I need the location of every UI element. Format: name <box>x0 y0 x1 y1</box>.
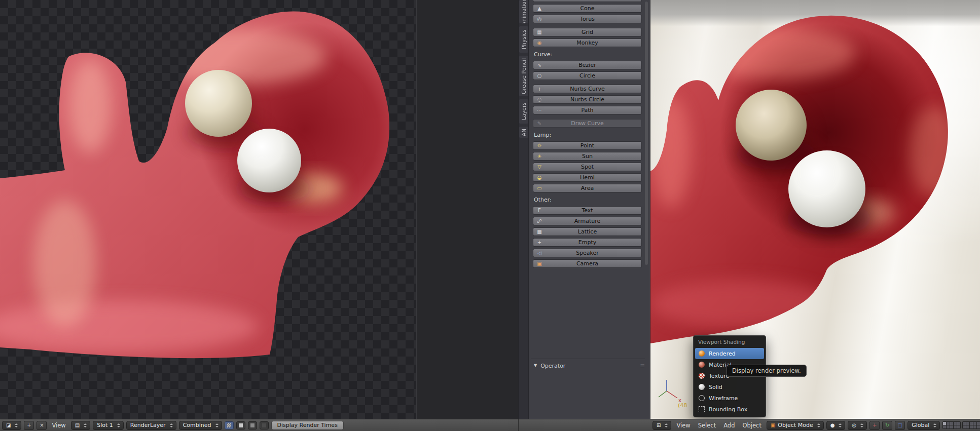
manipulator-scale-toggle[interactable]: □ <box>895 421 905 430</box>
dropdown-chevron-icon <box>117 423 120 427</box>
operator-panel-header[interactable]: ▼ Operator ≡ <box>534 361 645 371</box>
dropdown-chevron-icon <box>84 423 87 427</box>
bezier-curve-icon: ∿ <box>536 63 542 68</box>
color-channel-icon <box>239 423 243 427</box>
text-button[interactable]: FText <box>533 206 642 215</box>
white-sphere-object[interactable] <box>788 150 865 227</box>
draw-curve-icon: ✎ <box>536 121 542 126</box>
dropdown-chevron-icon <box>15 423 18 427</box>
editor-type-selector[interactable]: ◪ <box>2 421 21 430</box>
sun-lamp-button[interactable]: ☀Sun <box>533 152 642 161</box>
sun-lamp-icon: ☀ <box>536 154 542 159</box>
plus-icon: + <box>27 423 31 428</box>
torus-button[interactable]: ◎Torus <box>533 15 642 23</box>
circle-button[interactable]: ○Circle <box>533 71 642 80</box>
render-layer-selector[interactable]: RenderLayer <box>126 421 176 430</box>
add-menu[interactable]: Add <box>721 422 737 429</box>
camera-button[interactable]: ▣Camera <box>533 259 642 268</box>
monkey-button[interactable]: ◉Monkey <box>533 38 642 47</box>
cone-icon: ▲ <box>536 6 542 11</box>
empty-button[interactable]: +Empty <box>533 238 642 247</box>
render-result-image[interactable] <box>0 0 417 419</box>
tool-shelf: Animation Physics Grease Pencil Layers A… <box>518 0 650 419</box>
area-lamp-button[interactable]: ▭Area <box>533 184 642 192</box>
spot-lamp-button[interactable]: ▽Spot <box>533 163 642 171</box>
point-lamp-button[interactable]: ☼Point <box>533 141 642 150</box>
close-icon-button[interactable]: × <box>37 421 47 430</box>
grid-button[interactable]: ▦Grid <box>533 28 642 36</box>
image-browse-selector[interactable]: ▤ <box>71 421 90 430</box>
point-lamp-icon: ☼ <box>536 143 542 148</box>
nurbs-curve-icon: ≀ <box>536 87 542 92</box>
slot-selector[interactable]: Slot 1 <box>93 421 124 430</box>
cone-button[interactable]: ▲Cone <box>533 4 642 13</box>
transform-orientation-selector[interactable]: Global <box>908 421 940 430</box>
nurbs-circle-button[interactable]: ◌Nurbs Circle <box>533 95 642 104</box>
render-pass-selector[interactable]: Combined <box>179 421 222 430</box>
lattice-button[interactable]: ▩Lattice <box>533 227 642 236</box>
hemi-lamp-button[interactable]: ◒Hemi <box>533 173 642 182</box>
color-channel-toggle[interactable] <box>236 421 245 429</box>
shading-option-wireframe[interactable]: Wireframe <box>695 393 764 404</box>
translate-manipulator-icon: + <box>873 423 877 428</box>
view-menu[interactable]: View <box>49 422 68 429</box>
shelf-scrollbar[interactable] <box>645 2 648 265</box>
dropdown-chevron-icon <box>665 423 668 427</box>
grid-icon: ▦ <box>536 30 542 35</box>
mode-selector[interactable]: ▣ Object Mode <box>767 421 824 430</box>
nurbs-curve-button[interactable]: ≀Nurbs Curve <box>533 85 642 93</box>
display-render-times-button[interactable]: Display Render Times <box>271 421 344 430</box>
panel-separator <box>531 359 645 359</box>
speaker-button[interactable]: ◁Speaker <box>533 249 642 257</box>
dropdown-chevron-icon <box>860 423 863 427</box>
armature-button[interactable]: ☍Armature <box>533 217 642 225</box>
image-editor-area[interactable] <box>0 0 518 419</box>
shading-option-rendered[interactable]: Rendered <box>695 348 764 359</box>
object-menu[interactable]: Object <box>740 422 764 429</box>
viewport-3d[interactable]: x (48 Viewport Shading Rendered Material… <box>650 0 980 419</box>
hemi-lamp-icon: ◒ <box>536 175 542 180</box>
x-axis-line <box>667 391 677 398</box>
y-axis-line <box>659 391 667 397</box>
frame-info-text: (48 <box>678 402 687 409</box>
layer-grid-right[interactable] <box>962 421 980 429</box>
tab-grease-pencil[interactable]: Grease Pencil <box>519 56 528 96</box>
cream-sphere-render <box>185 70 252 137</box>
shading-sphere-icon: ● <box>830 423 835 428</box>
texture-shading-icon <box>699 373 705 379</box>
color-alpha-channel-icon <box>227 423 231 427</box>
path-button[interactable]: ⋯Path <box>533 106 642 114</box>
image-editor-icon: ◪ <box>6 423 11 428</box>
popup-title: Viewport Shading <box>694 336 766 348</box>
draw-curve-button: ✎Draw Curve <box>533 119 642 128</box>
shading-option-bounding-box[interactable]: Bounding Box <box>695 404 764 415</box>
manipulator-rotate-toggle[interactable]: ↻ <box>882 421 892 430</box>
view-menu[interactable]: View <box>674 422 693 429</box>
camera-icon: ▣ <box>536 261 542 266</box>
spot-lamp-icon: ▽ <box>536 165 542 170</box>
manipulator-translate-toggle[interactable]: + <box>869 421 880 430</box>
torus-icon: ◎ <box>536 17 542 22</box>
z-channel-toggle[interactable] <box>260 421 269 429</box>
beige-sphere-object[interactable] <box>736 90 807 161</box>
shading-option-solid[interactable]: Solid <box>695 381 764 393</box>
bezier-button[interactable]: ∿Bezier <box>533 61 642 69</box>
layers-widget[interactable] <box>942 421 980 429</box>
panel-drag-icon[interactable]: ≡ <box>640 362 645 369</box>
plus-icon-button[interactable]: + <box>24 421 34 430</box>
tab-physics[interactable]: Physics <box>519 26 528 53</box>
tab-layers[interactable]: Layers <box>519 99 528 124</box>
color-alpha-channel-toggle[interactable] <box>225 421 234 429</box>
layer-grid-left[interactable] <box>942 421 961 429</box>
select-menu[interactable]: Select <box>696 422 718 429</box>
bounding-box-shading-icon <box>699 406 705 412</box>
alpha-channel-toggle[interactable] <box>248 421 257 429</box>
tab-animation[interactable]: Animation <box>519 0 528 23</box>
partial-button[interactable] <box>533 0 642 2</box>
viewport-shading-selector[interactable]: ● <box>826 421 846 430</box>
editor-type-selector[interactable]: ⊞ <box>652 421 671 430</box>
tab-an[interactable]: AN <box>519 127 528 138</box>
z-channel-icon <box>262 423 266 427</box>
pivot-point-selector[interactable]: ◎ <box>848 421 867 430</box>
dropdown-chevron-icon <box>817 423 820 427</box>
